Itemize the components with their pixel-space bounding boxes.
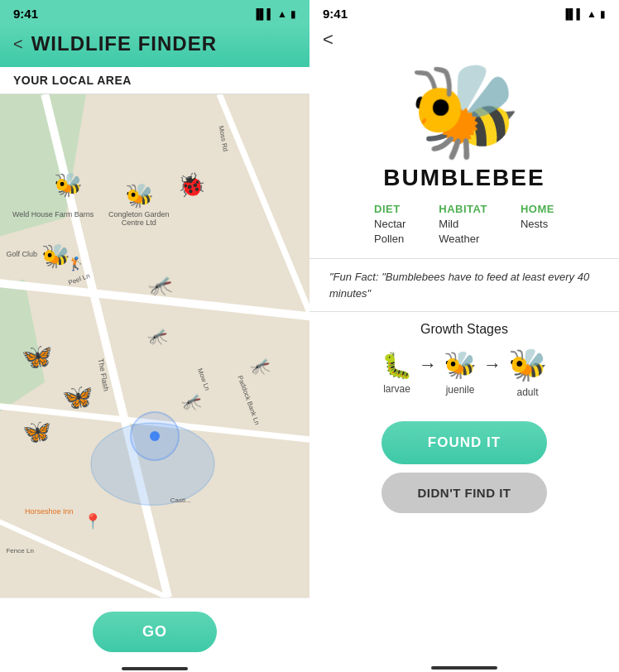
left-home-indicator [0,665,310,672]
growth-row: 🐛 larvae → 🐝 juenile → 🐝 adult [381,347,547,398]
map-container[interactable]: Weld House Farm Barns Golf Club Congleto… [0,94,310,598]
left-bottom: GO [0,598,310,665]
map-marker-dragonfly4: 🦟 [250,356,271,376]
arrow-2: → [483,354,501,376]
golf-club-marker: 🏌 [68,256,84,271]
map-label-garden: Congleton GardenCentre Ltd [108,210,170,227]
growth-stages-title: Growth Stages [420,322,508,337]
left-header-title: WILDLIFE FINDER [31,32,217,55]
juvenile-label: juenile [446,384,475,396]
habitat-value: MildWeather [439,217,479,247]
right-battery-icon: ▮ [600,8,606,20]
right-signal-icon: ▐▌▌ [563,8,584,20]
juvenile-emoji: 🐝 [444,349,477,381]
wifi-icon: ▲ [277,8,287,20]
left-home-bar [122,667,188,670]
info-row: DIET NectarPollen HABITAT MildWeather HO… [310,203,619,259]
habitat-label: HABITAT [439,203,487,215]
growth-stages-section: Growth Stages 🐛 larvae → 🐝 juenile → 🐝 a… [310,312,619,413]
fun-fact-text: "Fun Fact: "Bumblebees have to feed at l… [329,271,589,300]
left-panel: 9:41 ▐▌▌ ▲ ▮ < WILDLIFE FINDER YOUR LOCA… [0,0,310,672]
buttons-section: FOUND IT DIDN'T FIND IT [310,413,619,521]
creature-image: 🐝 [310,57,619,156]
didnt-find-button[interactable]: DIDN'T FIND IT [381,473,547,513]
right-status-bar: 9:41 ▐▌▌ ▲ ▮ [310,0,619,24]
right-panel: 9:41 ▐▌▌ ▲ ▮ < 🐝 BUMBLEBEE DIET NectarPo… [310,0,619,672]
map-label-fence: Fence Ln [6,547,33,554]
map-marker-bee2: 🐝 [125,181,154,209]
map-marker-dragonfly1: 🦟 [148,274,173,297]
left-status-icons: ▐▌▌ ▲ ▮ [253,8,296,20]
adult-label: adult [516,386,538,398]
adult-emoji: 🐝 [508,347,547,383]
map-label-castle: Castl... [170,497,191,504]
left-back-arrow[interactable]: < [13,35,23,54]
diet-value: NectarPollen [374,217,405,247]
left-status-time: 9:41 [13,7,38,21]
map-marker-ladybug: 🐞 [177,171,206,199]
battery-icon: ▮ [290,8,296,20]
right-status-time: 9:41 [323,7,348,21]
right-header[interactable]: < [310,24,619,57]
right-home-bar [431,666,497,670]
map-marker-butterfly1: 🦋 [22,342,52,371]
map-marker-dragonfly3: 🦟 [181,391,202,411]
local-area-bar: YOUR LOCAL AREA [0,67,310,94]
map-marker-dragonfly2: 🦟 [147,326,168,346]
home-value: Nests [521,217,548,232]
larvae-emoji: 🐛 [381,351,412,380]
stage-adult: 🐝 adult [508,347,547,398]
map-marker-bee1: 🐝 [54,171,83,199]
location-dot [130,411,180,461]
arrow-1: → [419,354,437,376]
habitat-col: HABITAT MildWeather [439,203,487,247]
home-label: HOME [521,203,554,215]
left-header: < WILDLIFE FINDER [0,24,310,67]
home-col: HOME Nests [521,203,554,247]
right-home-indicator [310,664,619,672]
right-back-arrow[interactable]: < [323,29,333,50]
map-label-farm: Weld House Farm Barns [12,210,94,218]
larvae-label: larvae [383,383,410,395]
horseshoe-marker: 📍 [84,512,102,530]
stage-juvenile: 🐝 juenile [444,349,477,396]
map-marker-bee3: 🐝 [41,242,70,269]
map-marker-butterfly2: 🦋 [62,382,93,410]
left-status-bar: 9:41 ▐▌▌ ▲ ▮ [0,0,310,24]
map-label-horseshoe: Horseshoe Inn [25,507,74,516]
found-it-button[interactable]: FOUND IT [381,421,547,464]
map-label-golf: Golf Club [6,250,37,258]
creature-emoji: 🐝 [408,65,521,156]
creature-name: BUMBLEBEE [310,156,619,203]
right-wifi-icon: ▲ [587,8,597,20]
right-status-icons: ▐▌▌ ▲ ▮ [563,8,606,20]
fun-fact: "Fun Fact: "Bumblebees have to feed at l… [310,259,619,312]
signal-icon: ▐▌▌ [253,8,275,20]
go-button[interactable]: GO [93,612,217,652]
stage-larvae: 🐛 larvae [381,351,412,395]
diet-col: DIET NectarPollen [374,203,405,247]
diet-label: DIET [374,203,401,215]
map-marker-butterfly3: 🦋 [22,418,51,445]
